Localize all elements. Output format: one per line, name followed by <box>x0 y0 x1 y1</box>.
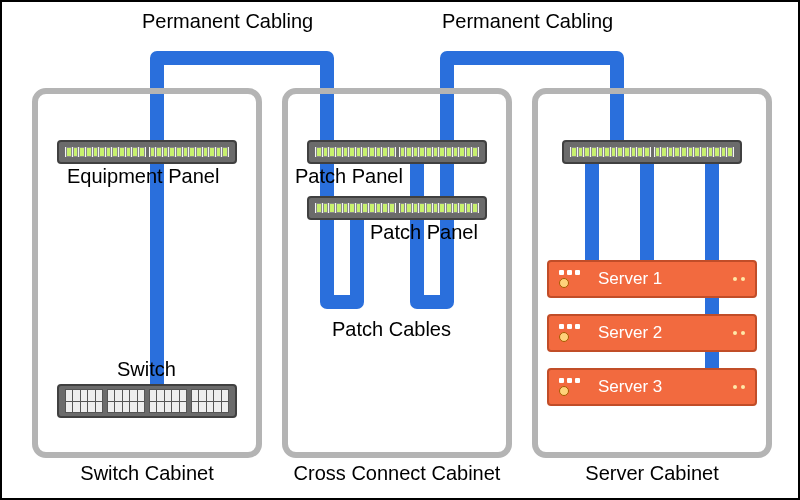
patch-panel-lower <box>307 196 487 220</box>
label-permanent-cabling-left: Permanent Cabling <box>142 10 313 33</box>
equipment-panel <box>57 140 237 164</box>
label-permanent-cabling-right: Permanent Cabling <box>442 10 613 33</box>
patch-panel-upper <box>307 140 487 164</box>
label-equipment-panel: Equipment Panel <box>67 165 219 188</box>
server-3-label: Server 3 <box>592 377 733 397</box>
server-2-label: Server 2 <box>592 323 733 343</box>
label-switch: Switch <box>117 358 176 381</box>
server-patch-panel <box>562 140 742 164</box>
server-2: Server 2 <box>547 314 757 352</box>
label-patch-panel-upper: Patch Panel <box>295 165 403 188</box>
diagram-canvas: Permanent Cabling Permanent Cabling Swit… <box>0 0 800 500</box>
server-3: Server 3 <box>547 368 757 406</box>
label-patch-cables: Patch Cables <box>332 318 451 341</box>
switch-device <box>57 384 237 418</box>
cross-connect-cabinet-label: Cross Connect Cabinet <box>272 462 522 485</box>
server-1: Server 1 <box>547 260 757 298</box>
label-patch-panel-lower: Patch Panel <box>370 221 478 244</box>
server-cabinet-label: Server Cabinet <box>532 462 772 485</box>
switch-cabinet-label: Switch Cabinet <box>32 462 262 485</box>
server-1-label: Server 1 <box>592 269 733 289</box>
